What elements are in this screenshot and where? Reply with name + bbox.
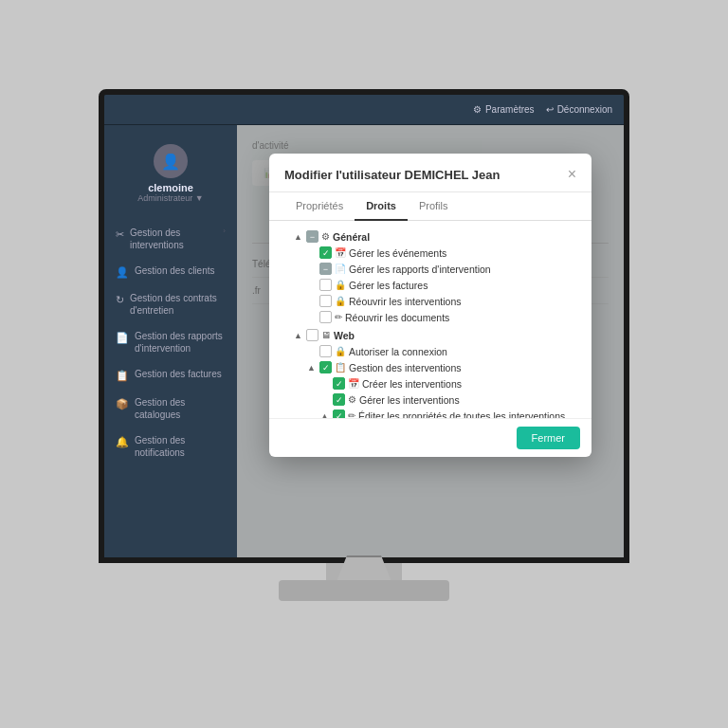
notifications-icon: 🔔 <box>116 435 129 448</box>
tree-row-factures-gerer[interactable]: 🔒 Gérer les factures <box>281 277 580 293</box>
tree-section-general: ▲ − ⚙ Général ✓ 📅 G <box>281 228 580 325</box>
content-area: d'activité 📊Profils 📍Déplacements <box>237 125 624 557</box>
tree-row-gerer[interactable]: ✓ ⚙ Gérer les interventions <box>281 391 580 408</box>
tree-row-rapports-gerer[interactable]: − 📄 Gérer les rapports d'intervention <box>281 261 580 277</box>
avatar: 👤 <box>154 144 188 178</box>
cb-events[interactable]: ✓ <box>319 246 332 259</box>
cb-factures-gerer[interactable] <box>319 279 332 291</box>
catalogues-icon: 📦 <box>116 397 129 410</box>
toggle-general[interactable]: ▲ <box>294 232 303 242</box>
monitor: ⚙ Paramètres ↩ Déconnexion 👤 clemoine Ad… <box>61 70 667 658</box>
cb-web[interactable] <box>306 329 318 341</box>
web-icon: 🖥 <box>321 330 331 340</box>
cb-gerer[interactable]: ✓ <box>333 393 345 406</box>
sidebar-profile: 👤 clemoine Administrateur ▼ <box>104 135 237 212</box>
sidebar-item-clients[interactable]: 👤 Gestion des clients <box>104 258 237 285</box>
topbar: ⚙ Paramètres ↩ Déconnexion <box>104 95 624 125</box>
toggle-web[interactable]: ▲ <box>294 331 303 340</box>
cb-creer[interactable]: ✓ <box>333 377 345 390</box>
general-icon: ⚙ <box>321 231 330 242</box>
monitor-base-bottom <box>279 580 449 601</box>
cb-rapports-gerer[interactable]: − <box>319 263 332 275</box>
contrats-icon: ↻ <box>116 293 124 306</box>
cb-autoriser[interactable] <box>319 345 332 357</box>
tree-row-events[interactable]: ✓ 📅 Gérer les événements <box>281 245 580 261</box>
modal: Modifier l'utilisateur DEMICHEL Jean × P… <box>269 154 592 457</box>
tree-row-editer[interactable]: ▲ ✓ ✏ Éditer les propriétés de toutes le… <box>281 408 580 418</box>
modal-footer: Fermer <box>269 418 592 457</box>
cb-reouv-docs[interactable] <box>319 311 332 323</box>
sidebar: 👤 clemoine Administrateur ▼ ✂ Gestion de… <box>104 125 237 557</box>
factures-icon: 📋 <box>116 369 129 382</box>
tab-droits[interactable]: Droits <box>355 192 408 221</box>
clients-icon: 👤 <box>116 265 129 279</box>
sidebar-item-label: Gestion des contrats d'entretien <box>130 292 226 317</box>
sidebar-item-label: Gestion des notifications <box>135 434 226 459</box>
sidebar-item-label: Gestion des clients <box>135 264 215 277</box>
sidebar-item-factures[interactable]: 📋 Gestion des factures <box>104 361 237 389</box>
main-layout: 👤 clemoine Administrateur ▼ ✂ Gestion de… <box>104 125 624 557</box>
cb-reouv-interventions[interactable] <box>319 295 332 307</box>
modal-close-button[interactable]: × <box>568 167 576 182</box>
interventions-icon: ✂ <box>116 228 124 241</box>
sidebar-item-notifications[interactable]: 🔔 Gestion des notifications <box>104 428 237 465</box>
sidebar-role: Administrateur ▼ <box>137 193 203 203</box>
sidebar-item-catalogues[interactable]: 📦 Gestion des catalogues <box>104 390 237 428</box>
fermer-button[interactable]: Fermer <box>517 427 580 449</box>
rapports-icon: 📄 <box>116 331 129 344</box>
tree-row-reouv-docs[interactable]: ✏ Réouvrir les documents <box>281 309 580 325</box>
tree-row-web[interactable]: ▲ 🖥 Web <box>281 327 580 343</box>
app: ⚙ Paramètres ↩ Déconnexion 👤 clemoine Ad… <box>104 95 624 557</box>
toggle-gestion-interv[interactable]: ▲ <box>307 363 317 373</box>
cb-gestion-interv[interactable]: ✓ <box>319 361 332 373</box>
sidebar-item-label: Gestion des rapports d'intervention <box>135 330 226 355</box>
modal-header: Modifier l'utilisateur DEMICHEL Jean × <box>269 154 592 192</box>
tree-row-reouv-interventions[interactable]: 🔒 Réouvrir les interventions <box>281 293 580 309</box>
tree-row-creer[interactable]: ✓ 📅 Créer les interventions <box>281 375 580 391</box>
modal-tabs: Propriétés Droits Profils <box>269 192 592 221</box>
modal-body[interactable]: ▲ − ⚙ Général ✓ 📅 G <box>269 221 592 418</box>
tab-profils[interactable]: Profils <box>408 192 460 221</box>
topbar-parametres[interactable]: ⚙ Paramètres <box>473 104 535 115</box>
toggle-editer[interactable]: ▲ <box>320 411 330 419</box>
sidebar-item-rapports[interactable]: 📄 Gestion des rapports d'intervention <box>104 323 237 361</box>
tab-proprietes[interactable]: Propriétés <box>284 192 355 221</box>
sidebar-item-interventions[interactable]: ✂ Gestion des interventions › <box>104 220 237 258</box>
topbar-deconnexion[interactable]: ↩ Déconnexion <box>546 104 612 115</box>
monitor-screen: ⚙ Paramètres ↩ Déconnexion 👤 clemoine Ad… <box>99 89 629 563</box>
sidebar-item-label: Gestion des factures <box>135 368 222 380</box>
modal-title: Modifier l'utilisateur DEMICHEL Jean <box>284 168 500 182</box>
sidebar-item-contrats[interactable]: ↻ Gestion des contrats d'entretien <box>104 285 237 323</box>
cb-general[interactable]: − <box>306 230 318 243</box>
tree-row-autoriser[interactable]: 🔒 Autoriser la connexion <box>281 343 580 359</box>
sidebar-item-label: Gestion des catalogues <box>135 396 226 421</box>
tree-section-web: ▲ 🖥 Web 🔒 Autori <box>281 327 580 418</box>
tree-row-general[interactable]: ▲ − ⚙ Général <box>281 228 580 245</box>
modal-overlay: Modifier l'utilisateur DEMICHEL Jean × P… <box>237 125 624 557</box>
sidebar-username: clemoine <box>148 182 193 193</box>
tree-row-gestion-interv[interactable]: ▲ ✓ 📋 Gestion des interventions <box>281 359 580 375</box>
sidebar-item-label: Gestion des interventions <box>130 227 217 251</box>
cb-editer[interactable]: ✓ <box>333 410 345 418</box>
